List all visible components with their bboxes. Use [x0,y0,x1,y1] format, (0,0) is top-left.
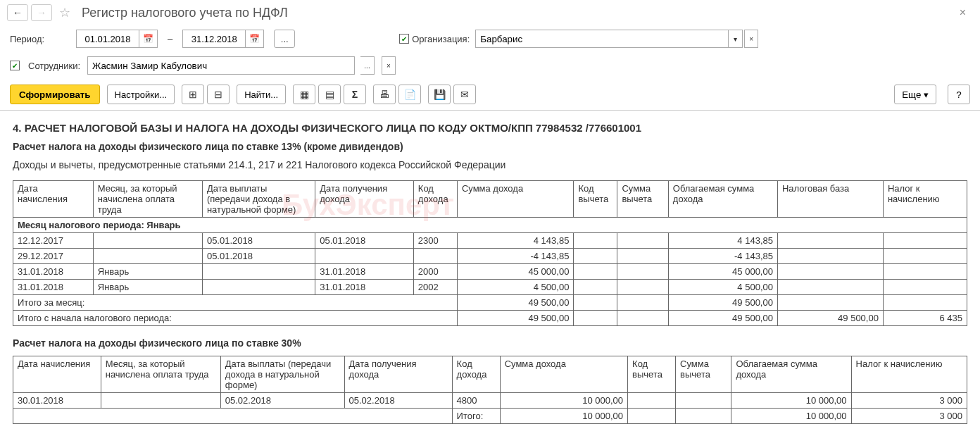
col-header: Дата выплаты (передачи дохода в натураль… [220,356,344,393]
find-button[interactable]: Найти... [237,85,286,104]
calendar-from-icon[interactable]: 📅 [139,30,158,48]
total-period-row: Итого с начала налогового периода:49 500… [13,311,967,326]
date-from-input[interactable] [76,30,139,48]
col-header: Код вычета [574,181,617,218]
group1-icon[interactable]: ▦ [293,85,315,104]
print-icon[interactable]: 🖶 [373,85,396,104]
org-clear-icon[interactable]: × [744,30,758,48]
col-header: Сумма вычета [617,181,668,218]
col-header: Код дохода [452,356,500,393]
col-header: Месяц, за который начислена оплата труда [101,356,220,393]
subtitle-13: Расчет налога на доходы физического лица… [13,141,967,152]
help-button[interactable]: ? [948,85,970,104]
col-header: Дата получения дохода [344,356,452,393]
generate-button[interactable]: Сформировать [10,85,100,104]
print-dropdown-icon[interactable]: 📄 [398,85,421,104]
org-input[interactable] [475,30,729,48]
period-options-button[interactable]: ... [274,30,295,48]
forward-button[interactable]: → [31,4,52,21]
col-header: Дата получения дохода [315,181,414,218]
org-dropdown-icon[interactable]: ▾ [729,30,743,48]
more-button[interactable]: Еще ▾ [894,85,936,104]
emp-input[interactable] [87,56,355,75]
col-header: Облагаемая сумма дохода [731,356,851,393]
expand-tree-icon[interactable]: ⊞ [182,85,204,104]
table-row: 31.01.2018Январь31.01.201820024 500,004 … [13,280,967,295]
col-header: Сумма вычета [676,356,731,393]
org-label: Организация: [412,34,470,44]
back-button[interactable]: ← [7,4,28,21]
subtitle-30: Расчет налога на доходы физического лица… [13,337,967,349]
total-30-row: Итого:10 000,0010 000,003 000 [13,409,967,424]
table-13: Дата начисления Месяц, за который начисл… [13,180,967,326]
col-header: Облагаемая сумма дохода [668,181,777,218]
col-header: Налог к начислению [883,181,967,218]
sigma-icon[interactable]: Σ [344,85,366,104]
favorite-star-icon[interactable]: ☆ [55,4,75,21]
date-to-input[interactable] [182,30,246,48]
col-header: Дата выплаты (передачи дохода в натураль… [202,181,315,218]
table-30: Дата начисления Месяц, за который начисл… [13,356,967,424]
col-header: Код дохода [413,181,457,218]
email-icon[interactable]: ✉ [453,85,476,104]
report-area: БухЭксперт 4. РАСЧЕТ НАЛОГОВОЙ БАЗЫ И НА… [0,110,980,434]
table-row: 31.01.2018Январь31.01.2018200045 000,004… [13,264,967,280]
col-header: Месяц, за который начислена оплата труда [93,181,202,218]
emp-label: Сотрудники: [28,61,82,71]
group2-icon[interactable]: ▤ [318,85,341,104]
table-header-row: Дата начисления Месяц, за который начисл… [13,356,967,393]
col-header: Код вычета [628,356,676,393]
page-title: Регистр налогового учета по НДФЛ [82,6,950,20]
table-row: 30.01.201805.02.201805.02.2018480010 000… [13,393,967,409]
emp-clear-icon[interactable]: × [382,56,396,75]
org-checkbox[interactable]: ✔ [399,34,409,44]
settings-button[interactable]: Настройки... [107,85,175,104]
emp-checkbox[interactable]: ✔ [10,61,20,70]
table-row: 29.12.201705.01.2018-4 143,85-4 143,85 [13,249,967,264]
total-month-row: Итого за месяц:49 500,0049 500,00 [13,295,967,311]
col-header: Сумма дохода [500,356,627,393]
col-header: Налог к начислению [851,356,967,393]
table-header-row: Дата начисления Месяц, за который начисл… [13,181,967,218]
month-row: Месяц налогового периода: Январь [13,218,967,233]
close-icon[interactable]: × [953,6,973,19]
note-13: Доходы и вычеты, предусмотренные статьям… [13,159,967,170]
collapse-tree-icon[interactable]: ⊟ [207,85,230,104]
col-header: Дата начисления [13,181,94,218]
col-header: Сумма дохода [457,181,573,218]
col-header: Дата начисления [13,356,101,393]
emp-options-icon[interactable]: ... [360,56,375,75]
col-header: Налоговая база [777,181,883,218]
table-row: 12.12.201705.01.201805.01.201823004 143,… [13,233,967,249]
save-icon[interactable]: 💾 [428,85,451,104]
section-4-title: 4. РАСЧЕТ НАЛОГОВОЙ БАЗЫ И НАЛОГА НА ДОХ… [13,122,967,134]
dash: – [168,34,172,44]
period-label: Период: [10,34,70,44]
calendar-to-icon[interactable]: 📅 [246,30,264,48]
